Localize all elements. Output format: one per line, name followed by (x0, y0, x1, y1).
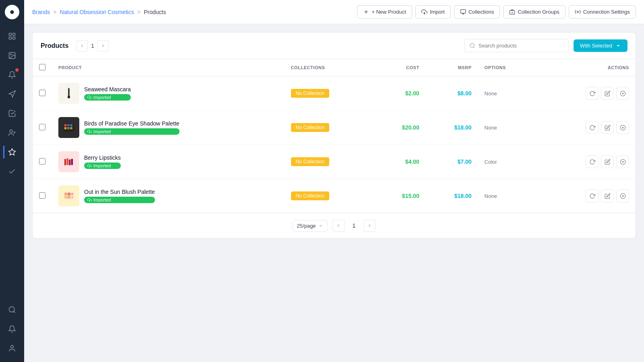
svg-rect-48 (66, 158, 68, 165)
product-name-4: Out in the Sun Blush Palette (84, 189, 155, 195)
refresh-button-3[interactable] (586, 155, 599, 168)
sidebar-item-dashboard[interactable] (3, 27, 21, 45)
refresh-button-1[interactable] (586, 87, 599, 100)
delete-button-2[interactable] (616, 121, 629, 134)
import-button[interactable]: Import (415, 5, 451, 19)
refresh-icon (589, 90, 595, 97)
sidebar-item-notifications[interactable] (3, 66, 21, 84)
footer-prev-button[interactable] (332, 220, 345, 232)
select-all-checkbox[interactable] (39, 64, 45, 70)
app-logo[interactable] (5, 5, 19, 19)
close-circle-icon (620, 90, 626, 97)
product-image-2 (58, 117, 79, 138)
refresh-icon (589, 159, 595, 165)
table-header: PRODUCT COLLECTIONS COST MSRP OPTIONS AC… (33, 59, 636, 76)
cloud-upload-icon (87, 164, 92, 168)
edit-icon (605, 193, 611, 199)
edit-icon (605, 90, 611, 97)
dropdown-icon (615, 43, 621, 49)
svg-point-61 (71, 196, 74, 199)
msrp-value-1: $8.00 (458, 90, 472, 97)
svg-line-13 (14, 311, 15, 313)
svg-rect-41 (67, 127, 70, 130)
delete-button-4[interactable] (616, 189, 629, 202)
search-input[interactable] (479, 43, 564, 49)
row-checkbox-4[interactable] (39, 192, 45, 199)
imported-badge-1: Imported (84, 94, 131, 101)
active-indicator (3, 146, 4, 158)
header-actions: + New Product Import Collections Collect… (357, 5, 636, 19)
edit-button-2[interactable] (601, 121, 614, 134)
edit-button-4[interactable] (601, 189, 614, 202)
breadcrumb-brands[interactable]: Brands (32, 9, 50, 15)
with-selected-button[interactable]: With Selected (574, 39, 627, 52)
product-cell-3: Berry Lipsticks Imported (58, 151, 278, 172)
new-product-button[interactable]: + New Product (357, 5, 412, 19)
breadcrumb-sep-2: > (137, 9, 140, 15)
msrp-value-2: $18.00 (454, 124, 472, 131)
row-checkbox-2[interactable] (39, 124, 45, 130)
sidebar-item-favorites[interactable] (3, 143, 21, 161)
sidebar-item-images[interactable] (3, 47, 21, 64)
footer-next-button[interactable] (363, 220, 376, 232)
col-msrp: MSRP (426, 59, 478, 76)
options-value-3: Color (485, 159, 497, 165)
sidebar-item-profile[interactable] (3, 339, 21, 357)
sidebar-item-search[interactable] (3, 301, 21, 319)
search-box[interactable] (464, 39, 569, 52)
product-info-1: Seaweed Mascara Imported (84, 86, 131, 101)
product-info-2: Birds of Paradise Eye Shadow Palette Imp… (84, 120, 180, 135)
row-checkbox-1[interactable] (39, 90, 45, 96)
no-collection-badge-4: No Collection (291, 191, 329, 200)
refresh-button-2[interactable] (586, 121, 599, 134)
notification-badge (15, 68, 19, 72)
sidebar-item-campaigns[interactable] (3, 85, 21, 103)
row-checkbox-3[interactable] (39, 158, 45, 165)
delete-button-1[interactable] (616, 87, 629, 100)
sidebar-item-alerts[interactable] (3, 320, 21, 338)
options-value-4: None (485, 193, 497, 199)
main-content: Brands > Natural Obsession Cosmetics > P… (24, 0, 644, 362)
collection-groups-icon (509, 9, 515, 15)
svg-marker-11 (9, 149, 16, 155)
sidebar-item-orders[interactable] (3, 105, 21, 122)
per-page-selector[interactable]: 25/page (293, 220, 328, 232)
edit-button-3[interactable] (601, 155, 614, 168)
product-image-4 (58, 185, 79, 206)
svg-rect-50 (71, 159, 73, 165)
prev-page-button[interactable] (76, 40, 88, 51)
delete-button-3[interactable] (616, 155, 629, 168)
svg-rect-28 (68, 96, 70, 99)
svg-point-12 (9, 307, 14, 312)
next-page-button[interactable] (97, 40, 109, 51)
refresh-button-4[interactable] (586, 189, 599, 202)
svg-rect-27 (68, 88, 70, 96)
product-cell-2: Birds of Paradise Eye Shadow Palette Imp… (58, 117, 278, 138)
cloud-upload-icon (87, 95, 92, 100)
imported-badge-3: Imported (84, 162, 121, 169)
no-collection-badge-2: No Collection (291, 123, 329, 132)
breadcrumb-brand-name[interactable]: Natural Obsession Cosmetics (60, 9, 134, 15)
cloud-upload-icon (87, 130, 92, 134)
svg-point-8 (10, 130, 12, 133)
cost-value-2: $20.00 (402, 124, 419, 131)
svg-rect-38 (67, 124, 70, 127)
imported-badge-4: Imported (84, 197, 155, 203)
svg-rect-40 (64, 127, 67, 130)
collection-cell-2: No Collection (285, 111, 374, 145)
table-body: Seaweed Mascara Imported No Collection $… (33, 76, 636, 213)
import-icon (421, 9, 427, 15)
action-btns-4 (544, 189, 629, 202)
svg-rect-37 (64, 124, 67, 127)
svg-line-26 (473, 47, 475, 48)
sidebar-item-tasks[interactable] (3, 162, 21, 180)
svg-rect-39 (70, 124, 72, 127)
col-collections: COLLECTIONS (285, 59, 374, 76)
collection-groups-button[interactable]: Collection Groups (503, 5, 565, 19)
refresh-icon (589, 193, 595, 199)
sidebar-item-users[interactable] (3, 124, 21, 142)
collections-button[interactable]: Collections (454, 5, 500, 19)
edit-button-1[interactable] (601, 87, 614, 100)
svg-rect-47 (64, 159, 66, 165)
connection-settings-button[interactable]: Connection Settings (569, 5, 636, 19)
